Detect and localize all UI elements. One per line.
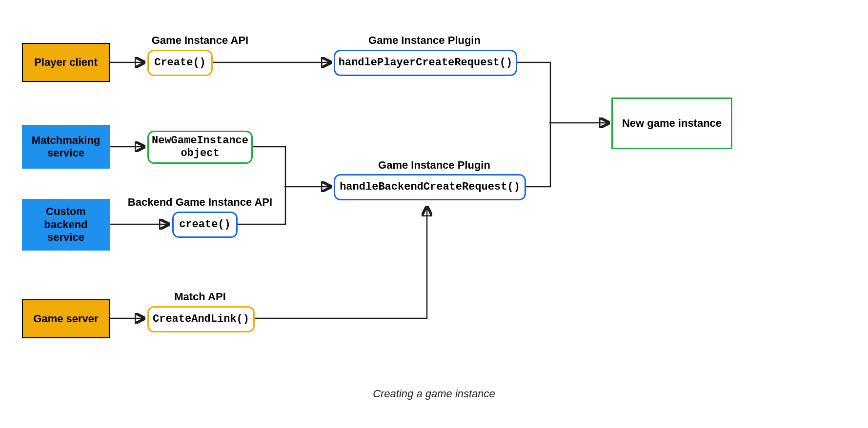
create-backend-api-node: create() [172,212,238,238]
player-client-box: Player client [22,43,110,82]
backend-plugin-label: Game Instance Plugin [337,159,532,172]
handle-player-create-node: handlePlayerCreateRequest() [334,50,517,76]
backend-game-instance-api-label: Backend Game Instance API [127,196,273,209]
game-instance-api-label: Game Instance API [127,34,273,47]
create-and-link-api-node: CreateAndLink() [147,306,255,332]
custom-backend-service-box: Custom backend service [22,199,110,251]
player-plugin-label: Game Instance Plugin [337,34,512,47]
diagram-caption: Creating a game instance [0,388,868,400]
game-server-box: Game server [22,299,110,338]
new-game-instance-box: New game instance [611,97,732,149]
match-api-label: Match API [146,291,254,303]
matchmaking-service-box: Matchmaking service [22,125,110,169]
new-game-instance-object-node: NewGameInstance object [147,131,253,164]
create-player-api-node: Create() [147,50,213,76]
diagram-canvas: Player client Matchmaking service Custom… [0,0,868,428]
handle-backend-create-node: handleBackendCreateRequest() [334,174,526,200]
